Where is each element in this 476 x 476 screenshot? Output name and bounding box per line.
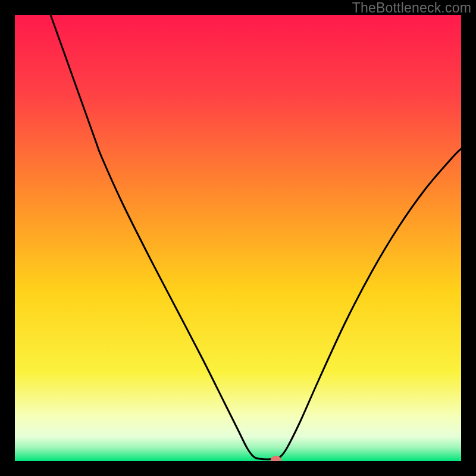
watermark-text: TheBottleneck.com: [352, 0, 471, 16]
chart-frame: TheBottleneck.com: [0, 0, 476, 476]
plot-area: [15, 15, 461, 461]
chart-svg: [15, 15, 461, 461]
gradient-background: [15, 15, 461, 461]
